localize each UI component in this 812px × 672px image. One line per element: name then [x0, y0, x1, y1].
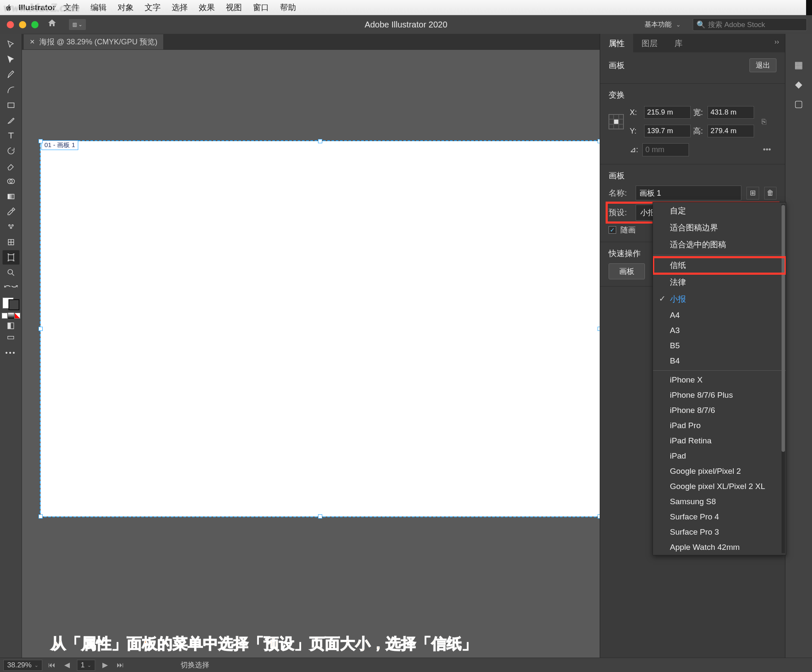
- dock-layers-icon[interactable]: ◆: [792, 79, 806, 90]
- paintbrush-tool[interactable]: [3, 113, 19, 128]
- zoom-tool[interactable]: [3, 265, 19, 280]
- stroke-swatch[interactable]: [8, 299, 19, 310]
- preset-option[interactable]: B4: [653, 353, 786, 369]
- preset-option[interactable]: 适合选中的图稿: [653, 236, 786, 253]
- preset-option[interactable]: A3: [653, 323, 786, 338]
- minimize-window-button[interactable]: [19, 21, 26, 28]
- close-window-button[interactable]: [7, 21, 14, 28]
- w-field[interactable]: [708, 106, 754, 119]
- workspace-switcher[interactable]: 基本功能: [640, 19, 685, 31]
- menu-edit[interactable]: 编辑: [91, 2, 107, 13]
- dock-libraries-icon[interactable]: ▢: [792, 98, 806, 110]
- menu-effect[interactable]: 效果: [199, 2, 215, 13]
- selection-tool[interactable]: [3, 37, 19, 52]
- tab-libraries[interactable]: 库: [666, 34, 691, 52]
- rotate-tool[interactable]: [3, 144, 19, 158]
- document-tab[interactable]: ✕ 海报 @ 38.29% (CMYK/GPU 预览): [24, 34, 163, 49]
- menu-file[interactable]: 文件: [63, 2, 80, 13]
- new-artboard-icon[interactable]: ⊞: [746, 187, 759, 199]
- menu-type[interactable]: 文字: [145, 2, 161, 13]
- canvas-area[interactable]: 01 - 画板 1: [22, 50, 600, 658]
- screen-mode-icon[interactable]: ▭: [3, 331, 19, 342]
- preset-option[interactable]: 法律: [653, 274, 786, 291]
- eraser-tool[interactable]: [3, 159, 19, 173]
- resize-handle-tm[interactable]: [318, 139, 322, 143]
- preset-option[interactable]: iPad Pro: [653, 418, 786, 433]
- resize-handle-tl[interactable]: [38, 139, 43, 143]
- menu-window[interactable]: 窗口: [253, 2, 269, 13]
- edit-toolbar-button[interactable]: •••: [5, 349, 16, 357]
- move-artwork-checkbox[interactable]: ✓: [609, 226, 616, 234]
- arrange-documents-button[interactable]: ▥ ⌄: [69, 19, 86, 30]
- home-icon[interactable]: [47, 18, 57, 31]
- preset-option[interactable]: 自定: [653, 202, 786, 219]
- artboard-bounds[interactable]: 01 - 画板 1: [41, 141, 600, 516]
- curvature-tool[interactable]: [3, 83, 19, 97]
- eyedropper-tool[interactable]: [3, 205, 19, 219]
- color-mode-gradient[interactable]: [8, 313, 14, 319]
- artboard-options-button[interactable]: 画板: [609, 263, 645, 279]
- preset-option[interactable]: Google pixel XL/Pixel 2 XL: [653, 479, 786, 494]
- zoom-window-button[interactable]: [31, 21, 38, 28]
- preset-option[interactable]: iPhone 8/7/6 Plus: [653, 388, 786, 403]
- pen-tool[interactable]: [3, 68, 19, 82]
- svg-rect-8: [8, 255, 14, 260]
- menu-view[interactable]: 视图: [226, 2, 242, 13]
- color-mode-none[interactable]: [14, 313, 20, 319]
- preset-option[interactable]: 小报: [653, 291, 786, 308]
- direct-selection-tool[interactable]: [3, 52, 19, 67]
- last-artboard-button[interactable]: ⏭: [115, 660, 126, 670]
- apple-logo-icon: [4, 3, 14, 12]
- rectangle-tool[interactable]: [3, 98, 19, 112]
- preset-option[interactable]: iPhone 8/7/6: [653, 403, 786, 418]
- symbol-sprayer-tool[interactable]: [3, 220, 19, 234]
- adobe-stock-search[interactable]: 🔍 搜索 Adobe Stock: [693, 18, 807, 31]
- tab-properties[interactable]: 属性: [600, 34, 633, 52]
- artboard-tool[interactable]: [3, 250, 19, 265]
- prev-artboard-button[interactable]: ◀: [62, 660, 73, 670]
- draw-mode-icon[interactable]: ◧: [3, 320, 19, 331]
- preset-option[interactable]: 适合图稿边界: [653, 219, 786, 236]
- dock-properties-icon[interactable]: ▦: [792, 59, 806, 71]
- artboard-index-field[interactable]: 1: [77, 660, 95, 671]
- slice-tool[interactable]: [3, 235, 19, 249]
- preset-option[interactable]: Surface Pro 3: [653, 524, 786, 540]
- exit-artboard-button[interactable]: 退出: [749, 58, 776, 72]
- preset-option[interactable]: A4: [653, 308, 786, 323]
- preset-option[interactable]: Samsung S8: [653, 494, 786, 509]
- first-artboard-button[interactable]: ⏮: [47, 660, 58, 670]
- next-artboard-button[interactable]: ▶: [99, 660, 110, 670]
- preset-option[interactable]: iPad: [653, 448, 786, 464]
- zoom-field[interactable]: 38.29%: [3, 660, 42, 671]
- artboard-name-field[interactable]: [636, 186, 741, 200]
- color-mode-solid[interactable]: [2, 313, 8, 319]
- preset-option[interactable]: Surface Pro 4: [653, 509, 786, 524]
- resize-handle-ml[interactable]: [38, 327, 43, 331]
- artboard[interactable]: [41, 141, 600, 516]
- resize-handle-bl[interactable]: [38, 514, 43, 519]
- h-field[interactable]: [708, 125, 754, 137]
- lock-aspect-icon[interactable]: ⎘: [757, 117, 771, 126]
- preset-option[interactable]: Apple Watch 42mm: [653, 540, 786, 555]
- tab-layers[interactable]: 图层: [633, 34, 666, 52]
- collapse-panel-icon[interactable]: ››: [768, 34, 785, 52]
- delete-artboard-icon[interactable]: 🗑: [764, 187, 777, 199]
- y-field[interactable]: [644, 125, 691, 137]
- preset-option[interactable]: iPad Retina: [653, 433, 786, 448]
- preset-option[interactable]: iPhone X: [653, 372, 786, 388]
- more-options-icon[interactable]: •••: [763, 145, 771, 154]
- menu-select[interactable]: 选择: [172, 2, 188, 13]
- resize-handle-bm[interactable]: [318, 514, 322, 519]
- shape-builder-tool[interactable]: [3, 174, 19, 188]
- gradient-tool[interactable]: [3, 189, 19, 204]
- reference-point-picker[interactable]: [609, 114, 624, 129]
- preset-option[interactable]: Google pixel/Pixel 2: [653, 464, 786, 479]
- preset-option[interactable]: B5: [653, 338, 786, 353]
- type-tool[interactable]: [3, 128, 19, 143]
- swap-fill-stroke-icon[interactable]: ⤺⤻: [3, 281, 19, 292]
- preset-option[interactable]: 信纸: [653, 257, 786, 274]
- menu-help[interactable]: 帮助: [280, 2, 296, 13]
- close-tab-icon[interactable]: ✕: [30, 38, 35, 46]
- menu-object[interactable]: 对象: [118, 2, 134, 13]
- x-field[interactable]: [644, 106, 691, 119]
